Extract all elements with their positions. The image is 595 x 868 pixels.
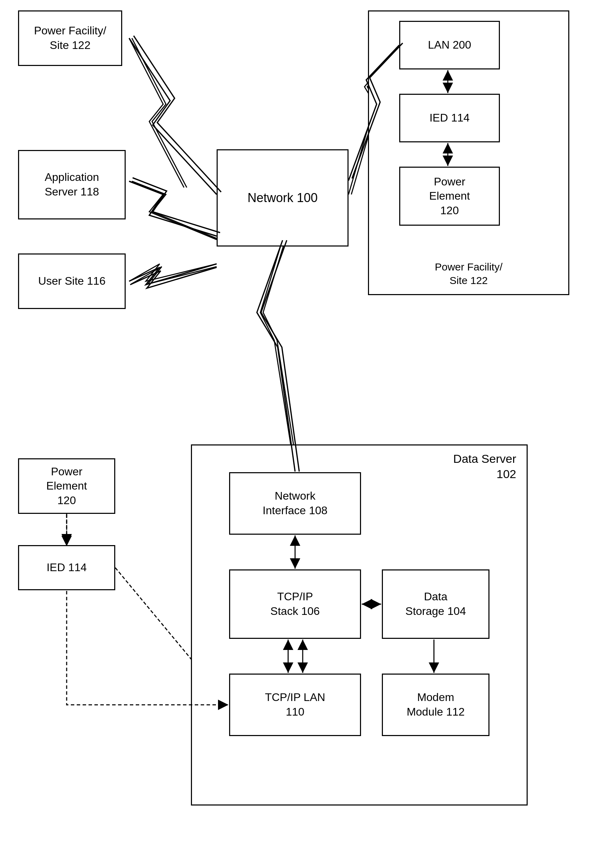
power-facility-right-label: Power Facility/ Site 122 xyxy=(435,260,502,287)
power-facility-top-left-label: Power Facility/ Site 122 xyxy=(34,24,106,52)
application-server-label: Application Server 118 xyxy=(45,170,99,199)
tcpip-stack-label: TCP/IP Stack 106 xyxy=(270,589,320,619)
lan200-box: LAN 200 xyxy=(399,21,500,69)
data-storage-box: Data Storage 104 xyxy=(382,570,489,639)
network-label: Network 100 xyxy=(248,190,317,206)
network-interface-label: Network Interface 108 xyxy=(263,489,328,518)
lan200-label: LAN 200 xyxy=(428,38,471,52)
application-server-box: Application Server 118 xyxy=(18,150,125,220)
data-server-label: Data Server 102 xyxy=(453,451,516,481)
power-facility-top-left: Power Facility/ Site 122 xyxy=(18,10,122,66)
ied114-top-label: IED 114 xyxy=(430,111,470,125)
data-storage-label: Data Storage 104 xyxy=(406,589,466,619)
modem-module-box: Modem Module 112 xyxy=(382,673,489,736)
tcpip-lan-box: TCP/IP LAN 110 xyxy=(229,673,361,736)
tcpip-lan-label: TCP/IP LAN 110 xyxy=(265,690,325,719)
ied114-bottom-label: IED 114 xyxy=(47,560,87,575)
power-element-top-box: Power Element 120 xyxy=(399,167,500,226)
ied114-bottom-box: IED 114 xyxy=(18,545,115,590)
tcpip-stack-box: TCP/IP Stack 106 xyxy=(229,570,361,639)
user-site-label: User Site 116 xyxy=(38,274,106,288)
power-element-bottom-label: Power Element 120 xyxy=(46,465,87,508)
network-interface-box: Network Interface 108 xyxy=(229,472,361,535)
power-element-bottom-box: Power Element 120 xyxy=(18,458,115,514)
network-box: Network 100 xyxy=(217,149,348,247)
ied114-top-box: IED 114 xyxy=(399,94,500,142)
diagram: Power Facility/ Site 122 Application Ser… xyxy=(0,0,595,868)
user-site-box: User Site 116 xyxy=(18,254,125,309)
modem-module-label: Modem Module 112 xyxy=(406,690,465,719)
power-element-top-label: Power Element 120 xyxy=(429,175,470,218)
